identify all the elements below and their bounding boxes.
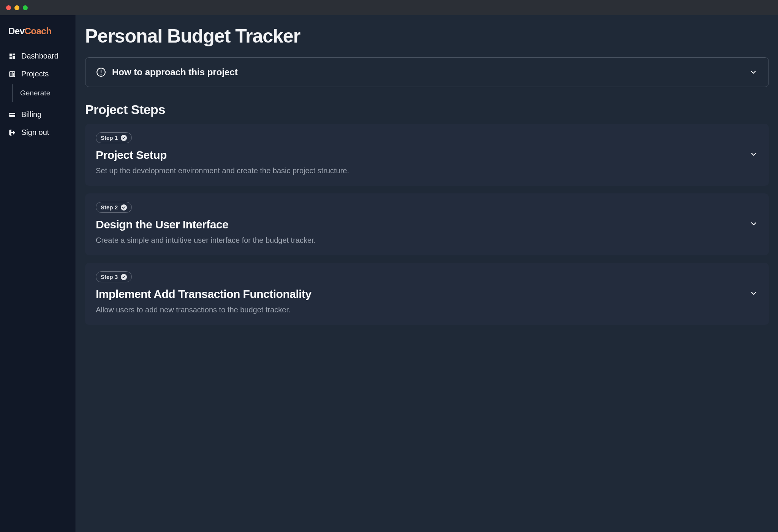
sidebar-subitem-label: Generate — [20, 89, 50, 97]
step-pill-label: Step 2 — [101, 204, 118, 211]
main-content: Personal Budget Tracker How to approach … — [76, 15, 778, 532]
step-description: Create a simple and intuitive user inter… — [96, 235, 742, 245]
info-panel-title: How to approach this project — [112, 67, 238, 78]
window-zoom-button[interactable] — [23, 5, 28, 10]
info-panel-approach[interactable]: How to approach this project — [85, 57, 769, 87]
section-title-steps: Project Steps — [85, 102, 769, 117]
sidebar-subnav-projects: Generate — [12, 84, 76, 102]
step-pill: Step 1 — [96, 132, 132, 143]
check-circle-icon — [121, 135, 127, 141]
svg-rect-9 — [9, 114, 15, 115]
svg-point-13 — [101, 74, 102, 75]
signout-icon — [8, 129, 16, 136]
page-title: Personal Budget Tracker — [85, 26, 769, 47]
step-pill-label: Step 1 — [101, 135, 118, 141]
sidebar-item-dashboard[interactable]: Dashboard — [0, 47, 76, 65]
step-card-body: Step 1Project SetupSet up the developmen… — [96, 132, 742, 176]
step-card-body: Step 3Implement Add Transaction Function… — [96, 271, 742, 315]
chevron-down-icon — [749, 289, 758, 298]
sidebar-item-label: Billing — [21, 110, 41, 119]
svg-rect-6 — [12, 72, 13, 76]
sidebar-item-label: Sign out — [21, 128, 49, 137]
svg-rect-7 — [13, 73, 14, 76]
step-title: Design the User Interface — [96, 218, 742, 231]
check-circle-icon — [121, 204, 127, 211]
check-circle-icon — [121, 274, 127, 280]
sidebar-item-billing[interactable]: Billing — [0, 106, 76, 124]
sidebar-nav: Dashboard Projects Generate Billing — [0, 47, 76, 141]
logo-part1: Dev — [8, 26, 25, 36]
svg-rect-2 — [13, 56, 15, 59]
step-card[interactable]: Step 1Project SetupSet up the developmen… — [85, 124, 769, 186]
traffic-lights — [6, 5, 28, 10]
sidebar-item-label: Dashboard — [21, 52, 59, 60]
step-title: Project Setup — [96, 149, 742, 162]
alert-icon — [96, 67, 106, 77]
window-close-button[interactable] — [6, 5, 11, 10]
step-title: Implement Add Transaction Functionality — [96, 288, 742, 301]
window-titlebar — [0, 0, 778, 15]
step-pill: Step 2 — [96, 202, 132, 213]
sidebar-subitem-generate[interactable]: Generate — [20, 87, 76, 100]
step-description: Allow users to add new transactions to t… — [96, 304, 742, 315]
app-logo: DevCoach — [0, 26, 76, 47]
svg-rect-5 — [11, 73, 11, 76]
svg-rect-3 — [9, 57, 11, 59]
svg-rect-0 — [9, 54, 11, 56]
sidebar: DevCoach Dashboard Projects Generate — [0, 15, 76, 532]
chevron-down-icon — [749, 150, 758, 159]
steps-list: Step 1Project SetupSet up the developmen… — [85, 124, 769, 325]
billing-icon — [8, 111, 16, 119]
step-card[interactable]: Step 2Design the User InterfaceCreate a … — [85, 193, 769, 255]
window-minimize-button[interactable] — [14, 5, 19, 10]
chevron-down-icon — [749, 68, 758, 77]
step-pill-label: Step 3 — [101, 274, 118, 280]
sidebar-item-label: Projects — [21, 70, 49, 78]
step-pill: Step 3 — [96, 271, 132, 282]
step-card[interactable]: Step 3Implement Add Transaction Function… — [85, 263, 769, 325]
logo-part2: Coach — [25, 26, 52, 36]
svg-rect-1 — [13, 54, 15, 55]
dashboard-icon — [8, 52, 16, 60]
sidebar-item-signout[interactable]: Sign out — [0, 124, 76, 141]
step-card-body: Step 2Design the User InterfaceCreate a … — [96, 202, 742, 245]
sidebar-item-projects[interactable]: Projects — [0, 65, 76, 83]
projects-icon — [8, 70, 16, 78]
chevron-down-icon — [749, 219, 758, 228]
step-description: Set up the development environment and c… — [96, 165, 742, 176]
